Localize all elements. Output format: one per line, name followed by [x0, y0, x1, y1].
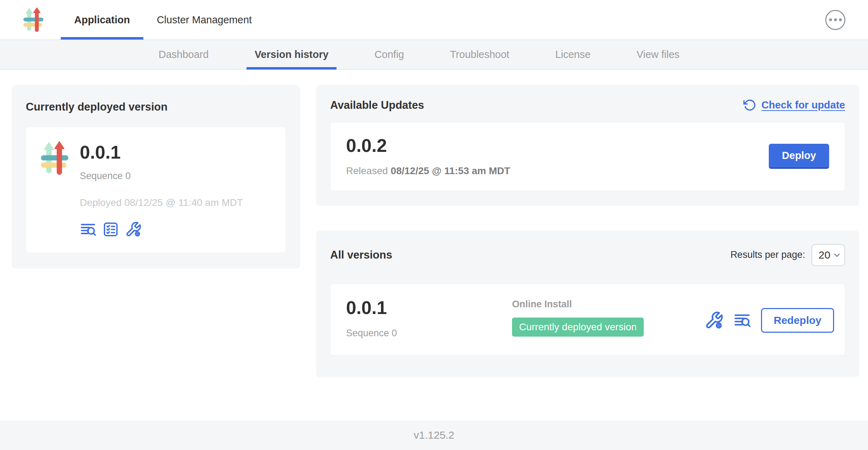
console-version-label: v1.125.2 — [414, 429, 454, 441]
deploy-button[interactable]: Deploy — [769, 144, 829, 169]
update-info: 0.0.2 Released08/12/25 @ 11:53 am MDT — [346, 136, 510, 177]
subnav-item-version-history[interactable]: Version history — [246, 40, 337, 69]
update-row: 0.0.2 Released08/12/25 @ 11:53 am MDT De… — [330, 122, 845, 191]
app-logo-svg — [39, 141, 70, 175]
all-versions-card: All versions Results per page: 20 — [316, 231, 859, 378]
deployed-sequence-label: Sequence 0 — [80, 171, 243, 182]
check-for-update-link[interactable]: Check for update — [743, 99, 845, 112]
all-versions-header: All versions Results per page: 20 — [330, 244, 845, 266]
footer: v1.125.2 — [0, 420, 868, 450]
tab-application-label: Application — [74, 14, 130, 26]
app-subnav: Dashboard Version history Config Trouble… — [0, 40, 868, 70]
currently-deployed-title: Currently deployed version — [26, 101, 286, 113]
released-timestamp: 08/12/25 @ 11:53 am MDT — [391, 165, 510, 176]
tab-cluster-management-label: Cluster Management — [157, 14, 252, 26]
update-released-line: Released08/12/25 @ 11:53 am MDT — [346, 165, 510, 177]
deployed-version-panel: 0.0.1 Sequence 0 Deployed 08/12/25 @ 11:… — [26, 127, 286, 253]
row-version-number: 0.0.1 — [346, 298, 512, 318]
refresh-icon — [743, 99, 756, 112]
version-row-status: Online Install Currently deployed versio… — [512, 298, 704, 337]
results-per-page-label: Results per page: — [730, 249, 805, 260]
update-version-number: 0.0.2 — [346, 136, 510, 155]
released-label: Released — [346, 165, 388, 176]
results-per-page: Results per page: 20 — [730, 244, 845, 266]
install-type-label: Online Install — [512, 299, 704, 310]
version-row-actions: Redeploy — [704, 308, 834, 333]
app-logo-icon — [22, 7, 44, 32]
subnav-item-troubleshoot[interactable]: Troubleshoot — [442, 40, 517, 69]
app-logo-svg — [22, 7, 44, 32]
results-per-page-select[interactable]: 20 — [811, 244, 845, 266]
check-for-update-label: Check for update — [761, 99, 845, 111]
subnav-item-view-files[interactable]: View files — [628, 40, 688, 69]
main-content: Currently deployed version 0.0.1 Sequenc… — [0, 70, 868, 420]
subnav-item-config[interactable]: Config — [366, 40, 412, 69]
subnav-item-license[interactable]: License — [547, 40, 599, 69]
status-badge: Currently deployed version — [512, 318, 644, 337]
app-logo-icon — [39, 141, 70, 238]
tab-application[interactable]: Application — [61, 0, 143, 40]
preflight-checks-icon[interactable] — [102, 221, 119, 238]
available-updates-header: Available Updates Check for update — [330, 99, 845, 112]
deployed-actions — [80, 221, 243, 238]
available-updates-card: Available Updates Check for update 0.0.2 — [316, 85, 859, 206]
top-tabs: Application Cluster Management — [61, 0, 265, 40]
version-row-info: 0.0.1 Sequence 0 — [346, 298, 512, 339]
edit-config-icon[interactable] — [704, 311, 724, 330]
row-sequence-label: Sequence 0 — [346, 328, 512, 339]
top-header: Application Cluster Management — [0, 0, 868, 40]
version-row: 0.0.1 Sequence 0 Online Install Currentl… — [330, 284, 845, 356]
all-versions-title: All versions — [330, 249, 392, 261]
subnav-item-dashboard[interactable]: Dashboard — [150, 40, 217, 69]
edit-config-icon[interactable] — [125, 221, 142, 238]
tab-cluster-management[interactable]: Cluster Management — [143, 0, 265, 40]
available-updates-title: Available Updates — [330, 99, 424, 112]
view-logs-icon[interactable] — [80, 221, 96, 238]
right-column: Available Updates Check for update 0.0.2 — [316, 85, 859, 377]
results-per-page-select-wrap: 20 — [811, 244, 845, 266]
redeploy-button[interactable]: Redeploy — [761, 308, 834, 333]
overflow-menu-button[interactable] — [825, 10, 845, 30]
deployed-timestamp: Deployed 08/12/25 @ 11:40 am MDT — [80, 197, 243, 208]
ellipsis-icon — [829, 18, 832, 21]
currently-deployed-card: Currently deployed version 0.0.1 Sequenc… — [12, 85, 300, 268]
deployed-version-number: 0.0.1 — [80, 143, 243, 162]
view-logs-icon[interactable] — [733, 312, 751, 329]
